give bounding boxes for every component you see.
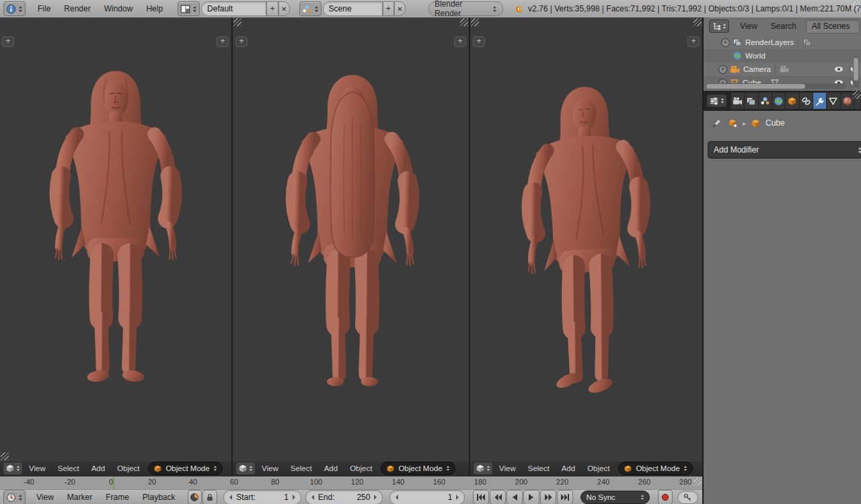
layout-name-field[interactable]: Default bbox=[201, 1, 266, 16]
expand-properties-button[interactable]: + bbox=[687, 36, 700, 47]
timeline-ruler[interactable]: -40-200204060801001201401601802002202402… bbox=[0, 476, 702, 490]
mode-select[interactable]: Object Mode bbox=[618, 462, 692, 475]
resize-grip[interactable] bbox=[471, 18, 479, 26]
increment-arrow-icon[interactable] bbox=[456, 495, 459, 500]
outliner-horizontal-scrollbar[interactable] bbox=[705, 83, 846, 89]
scene-add-button[interactable]: + bbox=[383, 1, 394, 16]
lock-frame-toggle[interactable] bbox=[202, 490, 217, 504]
menu-object[interactable]: Object bbox=[111, 464, 145, 472]
mode-select[interactable]: Object Mode bbox=[381, 462, 455, 475]
scene-selector-icon-button[interactable] bbox=[299, 1, 322, 16]
decrement-arrow-icon[interactable] bbox=[396, 495, 398, 500]
menu-search[interactable]: Search bbox=[764, 22, 803, 31]
expand-icon[interactable]: + bbox=[718, 65, 727, 74]
decrement-arrow-icon[interactable] bbox=[311, 495, 314, 500]
tab-scene[interactable] bbox=[759, 93, 772, 109]
increment-arrow-icon[interactable] bbox=[374, 495, 377, 500]
keying-set-field[interactable] bbox=[677, 491, 698, 504]
model-front-view[interactable] bbox=[15, 60, 217, 423]
resize-grip[interactable] bbox=[1, 452, 9, 460]
sync-mode-select[interactable]: No Sync bbox=[581, 491, 650, 504]
menu-playback[interactable]: Playback bbox=[136, 493, 182, 502]
tab-modifiers[interactable] bbox=[813, 93, 827, 109]
outliner-vertical-scrollbar[interactable] bbox=[853, 56, 859, 87]
model-three-quarter-view[interactable] bbox=[490, 77, 685, 429]
editor-type-selector-properties[interactable] bbox=[706, 94, 727, 108]
decrement-arrow-icon[interactable] bbox=[229, 495, 232, 500]
editor-type-selector-info[interactable] bbox=[3, 1, 26, 16]
resize-grip[interactable] bbox=[694, 18, 702, 26]
display-filter-select[interactable]: All Scenes bbox=[806, 19, 860, 34]
menu-help[interactable]: Help bbox=[139, 4, 170, 13]
visibility-eye-icon[interactable] bbox=[834, 65, 844, 74]
tab-world[interactable] bbox=[772, 93, 786, 109]
menu-view[interactable]: View bbox=[23, 464, 52, 472]
tab-constraints[interactable] bbox=[800, 93, 813, 109]
preview-range-toggle[interactable] bbox=[188, 490, 202, 504]
mode-select[interactable]: Object Mode bbox=[148, 462, 222, 475]
expand-toolshelf-button[interactable]: + bbox=[473, 36, 485, 47]
render-engine-select[interactable]: Blender Render bbox=[428, 1, 503, 16]
resize-grip[interactable] bbox=[852, 1, 860, 9]
current-frame-field[interactable]: 1 bbox=[389, 490, 465, 504]
menu-file[interactable]: File bbox=[31, 4, 57, 13]
menu-select[interactable]: Select bbox=[52, 464, 85, 472]
expand-icon[interactable]: + bbox=[721, 38, 730, 47]
menu-marker[interactable]: Marker bbox=[61, 493, 99, 502]
editor-type-selector-3dview[interactable] bbox=[235, 462, 256, 475]
expand-toolshelf-button[interactable]: + bbox=[235, 36, 248, 47]
object-icon[interactable] bbox=[727, 118, 738, 128]
menu-view[interactable]: View bbox=[30, 493, 61, 502]
editor-type-selector-3dview[interactable] bbox=[473, 462, 493, 475]
expand-properties-button[interactable]: + bbox=[454, 36, 466, 47]
model-back-view[interactable] bbox=[252, 65, 453, 431]
resize-grip[interactable] bbox=[460, 18, 468, 26]
start-frame-field[interactable]: Start: 1 bbox=[223, 490, 301, 504]
menu-window[interactable]: Window bbox=[98, 4, 140, 13]
menu-view[interactable]: View bbox=[493, 464, 522, 472]
viewport-back[interactable]: + + View Select Add Object Object Mode bbox=[233, 17, 469, 476]
jump-to-end-button[interactable] bbox=[557, 490, 573, 504]
editor-type-selector-outliner[interactable] bbox=[709, 19, 729, 33]
menu-render[interactable]: Render bbox=[57, 4, 97, 13]
outliner-row-world[interactable]: World bbox=[704, 49, 861, 62]
expand-toolshelf-button[interactable]: + bbox=[2, 36, 14, 47]
outliner-row-camera[interactable]: + Camera bbox=[704, 62, 861, 76]
outliner-row-renderlayers[interactable]: + RenderLayers bbox=[704, 36, 861, 49]
current-frame-indicator[interactable] bbox=[113, 476, 114, 489]
menu-select[interactable]: Select bbox=[285, 464, 318, 472]
pin-icon[interactable] bbox=[712, 118, 722, 128]
add-modifier-dropdown[interactable]: Add Modifier bbox=[708, 141, 861, 159]
end-frame-field[interactable]: End: 250 bbox=[305, 490, 383, 504]
auto-keyframe-record-button[interactable] bbox=[658, 490, 673, 504]
increment-arrow-icon[interactable] bbox=[293, 495, 295, 500]
menu-add[interactable]: Add bbox=[556, 464, 581, 472]
menu-object[interactable]: Object bbox=[581, 464, 615, 472]
play-reverse-button[interactable] bbox=[507, 490, 523, 504]
tab-render-layers[interactable] bbox=[745, 93, 758, 109]
layout-add-button[interactable]: + bbox=[266, 1, 278, 16]
layout-delete-button[interactable]: ✕ bbox=[278, 1, 290, 16]
next-keyframe-button[interactable] bbox=[540, 490, 556, 504]
tab-render[interactable] bbox=[731, 93, 745, 109]
expand-properties-button[interactable]: + bbox=[217, 36, 229, 47]
menu-object[interactable]: Object bbox=[344, 464, 378, 472]
menu-view[interactable]: View bbox=[256, 464, 285, 472]
scene-delete-button[interactable]: ✕ bbox=[394, 1, 406, 16]
menu-select[interactable]: Select bbox=[522, 464, 556, 472]
resize-grip[interactable] bbox=[694, 478, 702, 486]
menu-add[interactable]: Add bbox=[85, 464, 111, 472]
resize-grip[interactable] bbox=[853, 91, 861, 99]
editor-type-selector-timeline[interactable] bbox=[3, 490, 26, 504]
menu-frame[interactable]: Frame bbox=[99, 493, 136, 502]
jump-to-start-button[interactable] bbox=[473, 490, 489, 504]
resize-grip[interactable] bbox=[233, 18, 241, 26]
menu-add[interactable]: Add bbox=[318, 464, 344, 472]
viewport-front[interactable]: + + View Select Add Object Object Mode bbox=[0, 17, 231, 476]
scene-name-field[interactable]: Scene bbox=[323, 1, 383, 16]
tab-object[interactable] bbox=[786, 93, 799, 109]
viewport-perspective[interactable]: + + View Select Add Object Object Mode bbox=[470, 17, 702, 476]
editor-type-selector-3dview[interactable] bbox=[3, 462, 23, 475]
screen-layout-selector[interactable] bbox=[178, 1, 200, 16]
menu-view[interactable]: View bbox=[733, 22, 764, 31]
